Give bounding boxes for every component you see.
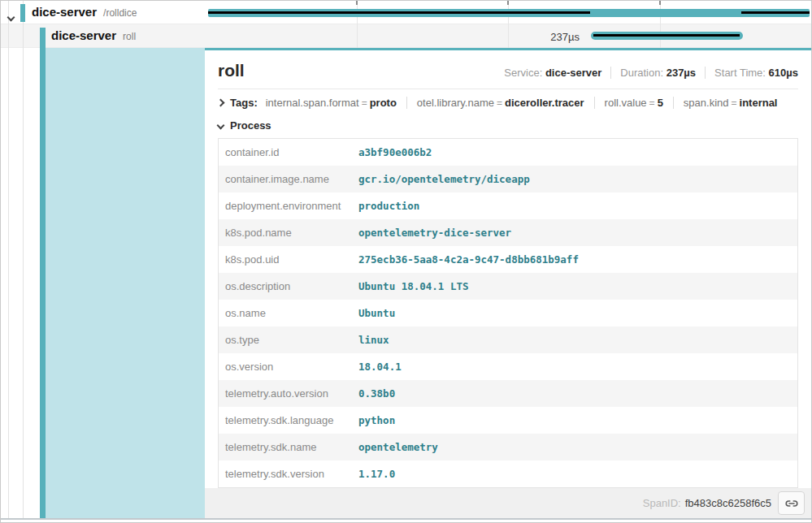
- service-name: dice-server: [32, 5, 97, 19]
- critical-path-segment: [593, 34, 740, 37]
- table-row: telemetry.sdk.languagepython: [219, 407, 797, 434]
- tree-item-rolldice[interactable]: dice-server/rolldice: [32, 5, 137, 19]
- tags-summary: internal.span.format=proto otel.library.…: [266, 97, 778, 109]
- table-row: k8s.pod.nameopentelemetry-dice-server: [219, 219, 797, 246]
- table-row: deployment.environmentproduction: [219, 192, 797, 219]
- critical-path-segment: [741, 11, 810, 14]
- copy-link-button[interactable]: [778, 491, 805, 515]
- trace-view: dice-server/rolldice dice-serverroll 237…: [0, 0, 812, 523]
- operation-name: roll: [123, 31, 136, 42]
- timeline-tick: [356, 1, 358, 5]
- service-color-bar: [40, 28, 46, 518]
- tags-label: Tags:: [230, 97, 258, 109]
- timeline-tick: [659, 1, 661, 5]
- span-detail-panel: roll Service: dice-server Duration: 237µ…: [205, 48, 811, 518]
- tree-guide: [23, 1, 24, 518]
- table-row: container.image.namegcr.io/opentelemetry…: [219, 166, 797, 192]
- collapse-chevron-icon[interactable]: [8, 9, 14, 24]
- process-accordion[interactable]: Process: [218, 115, 798, 138]
- operation-name: /rolldice: [103, 7, 137, 19]
- chevron-down-icon: [217, 122, 225, 130]
- trace-timeline: 237µs: [205, 1, 811, 48]
- meta-service: Service: dice-server: [504, 67, 601, 79]
- tag-item: roll.value=5: [594, 97, 663, 109]
- meta-start-time: Start Time: 610µs: [705, 67, 798, 79]
- equals-sign: =: [729, 97, 740, 109]
- table-row: os.version18.04.1: [219, 353, 797, 380]
- equals-sign: =: [494, 97, 505, 109]
- tree-guide: [8, 1, 9, 518]
- span-duration-label: 237µs: [506, 31, 585, 43]
- spanid-value: fb483c8c6258f6c5: [685, 497, 771, 509]
- span-bar-rolldice[interactable]: [208, 9, 810, 17]
- tag-item: otel.library.name=diceroller.tracer: [406, 97, 584, 109]
- tags-accordion[interactable]: Tags: internal.span.format=proto otel.li…: [218, 89, 798, 115]
- service-name: dice-server: [51, 28, 116, 42]
- table-row: container.ida3bf90e006b2: [219, 139, 797, 166]
- span-detail-footer: SpanID: fb483c8c6258f6c5: [205, 488, 811, 518]
- critical-path-segment: [208, 11, 590, 14]
- table-row: telemetry.sdk.nameopentelemetry: [219, 434, 797, 460]
- tag-item: span.kind=internal: [673, 97, 778, 109]
- link-icon: [784, 496, 799, 511]
- tree-item-roll[interactable]: dice-serverroll: [51, 28, 136, 43]
- table-row: os.typelinux: [219, 326, 797, 353]
- equals-sign: =: [359, 97, 370, 109]
- chevron-right-icon: [217, 99, 225, 107]
- detail-row-bottom-border: [1, 518, 811, 520]
- tag-item: internal.span.format=proto: [266, 97, 397, 109]
- table-row: telemetry.auto.version0.38b0: [219, 380, 797, 407]
- service-color-bar: [20, 4, 25, 22]
- timeline-gridline: [357, 1, 358, 48]
- timeline-gridline: [660, 1, 661, 48]
- process-kv-table: container.ida3bf90e006b2 container.image…: [218, 138, 798, 488]
- span-title: roll: [218, 61, 245, 80]
- table-row: k8s.pod.uid275ecb36-5aa8-4c2a-9c47-d8bb6…: [219, 246, 797, 273]
- process-label: Process: [230, 119, 271, 132]
- selected-span-column-highlight: [46, 48, 205, 518]
- table-row: telemetry.sdk.version1.17.0: [219, 460, 797, 487]
- table-row: os.descriptionUbuntu 18.04.1 LTS: [219, 273, 797, 300]
- meta-duration: Duration: 237µs: [610, 67, 696, 79]
- span-detail-header[interactable]: roll Service: dice-server Duration: 237µ…: [218, 50, 798, 89]
- table-row: os.nameUbuntu: [219, 300, 797, 326]
- equals-sign: =: [647, 97, 658, 109]
- spanid-label: SpanID:: [643, 497, 681, 509]
- span-meta: Service: dice-server Duration: 237µs Sta…: [504, 67, 798, 79]
- timeline-tick: [507, 1, 509, 5]
- span-bar-roll[interactable]: [591, 32, 743, 40]
